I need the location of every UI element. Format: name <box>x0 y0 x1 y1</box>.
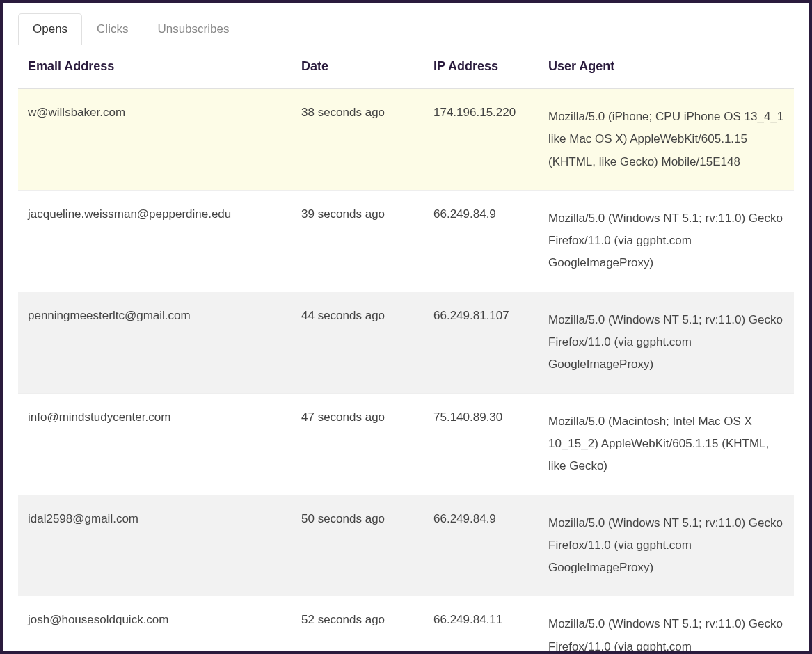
cell-date: 38 seconds ago <box>293 88 425 190</box>
tab-bar: Opens Clicks Unsubscribes <box>18 13 794 45</box>
cell-date: 44 seconds ago <box>293 292 425 393</box>
cell-email: penningmeesterltc@gmail.com <box>18 292 293 393</box>
cell-ip: 66.249.81.107 <box>425 292 540 393</box>
col-header-email: Email Address <box>18 45 293 88</box>
cell-email: idal2598@gmail.com <box>18 495 293 596</box>
cell-ua: Mozilla/5.0 (Windows NT 5.1; rv:11.0) Ge… <box>540 596 794 654</box>
cell-ua: Mozilla/5.0 (Macintosh; Intel Mac OS X 1… <box>540 393 794 495</box>
table-row: w@willsbaker.com38 seconds ago174.196.15… <box>18 88 794 190</box>
tab-clicks[interactable]: Clicks <box>82 13 143 45</box>
cell-date: 39 seconds ago <box>293 190 425 292</box>
tab-unsubscribes[interactable]: Unsubscribes <box>143 13 244 45</box>
cell-date: 52 seconds ago <box>293 596 425 654</box>
cell-ua: Mozilla/5.0 (Windows NT 5.1; rv:11.0) Ge… <box>540 495 794 596</box>
cell-ip: 174.196.15.220 <box>425 88 540 190</box>
cell-ua: Mozilla/5.0 (iPhone; CPU iPhone OS 13_4_… <box>540 88 794 190</box>
table-row: info@mindstudycenter.com47 seconds ago75… <box>18 393 794 495</box>
cell-email: josh@housesoldquick.com <box>18 596 293 654</box>
cell-ip: 66.249.84.11 <box>425 596 540 654</box>
cell-ua: Mozilla/5.0 (Windows NT 5.1; rv:11.0) Ge… <box>540 292 794 393</box>
tab-opens[interactable]: Opens <box>18 13 82 45</box>
cell-ip: 66.249.84.9 <box>425 190 540 292</box>
cell-ua: Mozilla/5.0 (Windows NT 5.1; rv:11.0) Ge… <box>540 190 794 292</box>
opens-table: Email Address Date IP Address User Agent… <box>18 45 794 654</box>
table-row: penningmeesterltc@gmail.com44 seconds ag… <box>18 292 794 393</box>
cell-email: jacqueline.weissman@pepperdine.edu <box>18 190 293 292</box>
table-row: idal2598@gmail.com50 seconds ago66.249.8… <box>18 495 794 596</box>
cell-email: info@mindstudycenter.com <box>18 393 293 495</box>
col-header-ip: IP Address <box>425 45 540 88</box>
cell-ip: 75.140.89.30 <box>425 393 540 495</box>
table-row: josh@housesoldquick.com52 seconds ago66.… <box>18 596 794 654</box>
table-row: jacqueline.weissman@pepperdine.edu39 sec… <box>18 190 794 292</box>
col-header-date: Date <box>293 45 425 88</box>
cell-ip: 66.249.84.9 <box>425 495 540 596</box>
cell-date: 47 seconds ago <box>293 393 425 495</box>
cell-email: w@willsbaker.com <box>18 88 293 190</box>
cell-date: 50 seconds ago <box>293 495 425 596</box>
col-header-ua: User Agent <box>540 45 794 88</box>
